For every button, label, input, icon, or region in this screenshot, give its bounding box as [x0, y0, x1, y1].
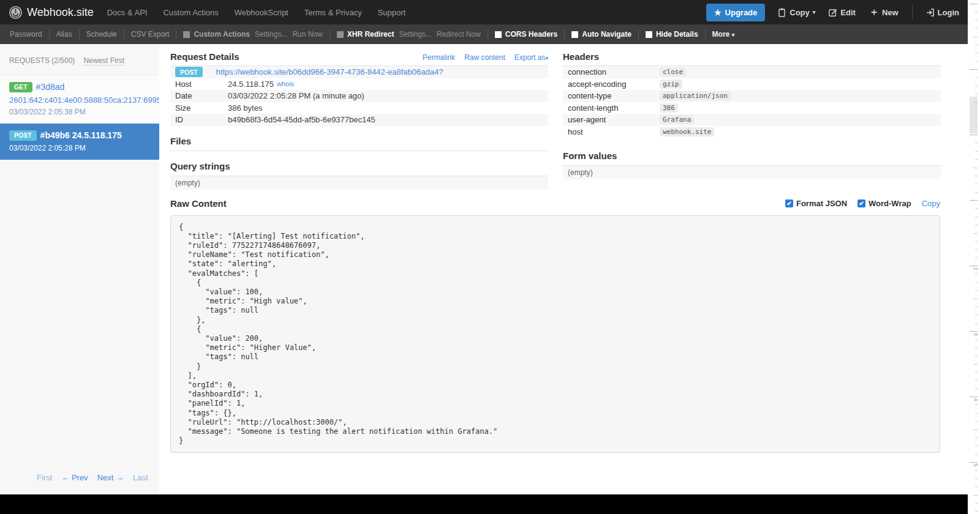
toggle-hide-details[interactable]: Hide Details	[646, 30, 698, 39]
chevron-down-icon: ▾	[545, 55, 548, 61]
row-value: 386 bytes	[228, 103, 262, 113]
ruler-label: 2	[972, 267, 978, 270]
toolbar-link-alias[interactable]: Alias	[56, 30, 72, 39]
method-badge: POST	[175, 67, 203, 77]
header-value: 386	[660, 103, 678, 113]
ruler-tick	[975, 413, 978, 414]
table-row: content-length386	[563, 102, 941, 114]
ruler-tick	[975, 282, 978, 283]
details-action-export-as[interactable]: Export as ▾	[514, 53, 548, 62]
header-value: webhook.site	[660, 127, 714, 136]
navbar-link[interactable]: WebhookScript	[235, 8, 288, 17]
pagination-first[interactable]: First	[37, 473, 52, 482]
table-row: Date03/03/2022 2:05:28 PM (a minute ago)	[170, 90, 548, 102]
request-list-item[interactable]: POST#b49b6 24.5.118.17503/03/2022 2:05:2…	[0, 124, 159, 160]
toolbar-link-password[interactable]: Password	[10, 30, 42, 39]
toolbar-link-schedule[interactable]: Schedule	[86, 30, 117, 39]
word-wrap-option[interactable]: ✔ Word-Wrap	[858, 199, 911, 208]
request-id-link[interactable]: #3d8ad	[36, 82, 65, 92]
hide-details-checkbox[interactable]	[646, 31, 652, 38]
toolbar-link-csv-export[interactable]: CSV Export	[131, 30, 170, 39]
ruler-tick	[975, 184, 978, 184]
row-label: Date	[175, 91, 228, 100]
new-button[interactable]: ＋ New	[869, 6, 899, 19]
request-id-link[interactable]: #b49b6 24.5.118.175	[40, 130, 122, 140]
ruler-tick	[975, 503, 978, 504]
top-navbar: Webhook.site Docs & APICustom ActionsWeb…	[0, 0, 968, 24]
form-values-empty: (empty)	[563, 166, 941, 179]
custom-actions-settings-link[interactable]: Settings...	[255, 30, 287, 39]
toolbar-toggles: CORS HeadersAuto NavigateHide Details	[495, 30, 712, 39]
details-action-raw-content[interactable]: Raw content	[464, 53, 505, 62]
ruler-tick	[975, 12, 978, 12]
table-row: hostwebhook.site	[563, 126, 941, 138]
page-footer	[0, 494, 968, 514]
copy-raw-content-link[interactable]: Copy	[922, 199, 940, 208]
format-json-option[interactable]: ✔ Format JSON	[785, 199, 847, 208]
xhr-redirect-settings-link[interactable]: Settings...	[399, 30, 431, 39]
ruler-tick	[975, 192, 978, 193]
navbar-link[interactable]: Terms & Privacy	[304, 8, 362, 17]
xhr-redirect-checkbox[interactable]	[337, 31, 344, 38]
request-url-link[interactable]: https://webhook.site/b06dd966-3947-4736-…	[216, 67, 443, 76]
brand[interactable]: Webhook.site	[9, 6, 94, 20]
headers-table: connectioncloseaccept-encodinggzipconten…	[563, 66, 941, 138]
pagination-last[interactable]: Last	[133, 473, 148, 482]
format-json-checkbox[interactable]: ✔	[785, 199, 793, 207]
ruler-tick	[970, 397, 978, 397]
ruler-tick	[975, 339, 978, 340]
request-timestamp: 03/03/2022 2:05:38 PM	[9, 108, 150, 116]
toolbar-links: PasswordAliasScheduleCSV Export	[10, 30, 169, 39]
xhr-redirect-toggle[interactable]: XHR Redirect	[337, 30, 394, 39]
headers-title: Headers	[563, 51, 599, 62]
whois-link[interactable]: whois	[277, 80, 294, 88]
ruler-tick	[975, 315, 978, 315]
query-strings-title: Query strings	[170, 161, 230, 171]
word-wrap-checkbox[interactable]: ✔	[858, 199, 865, 207]
clipboard-icon	[778, 8, 786, 17]
login-button[interactable]: Login	[926, 8, 959, 17]
auto-navigate-checkbox[interactable]	[571, 31, 578, 38]
ruler-tick	[975, 511, 978, 512]
custom-actions-toggle[interactable]: Custom Actions	[183, 30, 250, 39]
edit-button[interactable]: Edit	[829, 8, 856, 17]
pagination-prev[interactable]: ← Prev	[61, 473, 88, 482]
ruler-tick	[975, 290, 978, 291]
brand-name: Webhook.site	[27, 6, 94, 19]
custom-actions-checkbox[interactable]	[183, 31, 190, 38]
requests-count: REQUESTS (2/500)	[9, 56, 75, 65]
navbar-link[interactable]: Support	[378, 8, 406, 17]
ruler-tick	[975, 249, 978, 250]
ruler-label: 3	[972, 332, 978, 335]
sort-order-toggle[interactable]: Newest First	[83, 56, 124, 65]
toggle-auto-navigate[interactable]: Auto Navigate	[571, 30, 631, 39]
header-name: connection	[568, 67, 660, 76]
navbar-link[interactable]: Docs & API	[107, 8, 148, 17]
request-timestamp: 03/03/2022 2:05:28 PM	[9, 144, 150, 152]
ruler-tick	[975, 479, 978, 479]
main-content: Request Details PermalinkRaw contentExpo…	[159, 44, 968, 494]
more-menu-button[interactable]: More ▾	[712, 30, 735, 39]
files-title: Files	[170, 136, 191, 146]
ruler-tick	[975, 20, 978, 21]
plus-icon: ＋	[869, 6, 879, 19]
ruler-tick	[975, 94, 978, 94]
request-list-item[interactable]: GET#3d8ad2601:642:c401:4e00:5888:50ca:21…	[0, 75, 159, 124]
raw-content-body: { "title": "[Alerting] Test notification…	[170, 215, 940, 453]
cors-headers-checkbox[interactable]	[495, 31, 502, 38]
request-list: GET#3d8ad2601:642:c401:4e00:5888:50ca:21…	[0, 75, 159, 160]
pagination: First← PrevNext →Last	[0, 473, 159, 494]
webhook-logo-icon	[9, 6, 23, 20]
ruler-tick	[973, 364, 978, 365]
custom-actions-run-now-link[interactable]: Run Now	[292, 30, 322, 39]
header-value: Grafana	[660, 115, 694, 124]
xhr-redirect-now-link[interactable]: Redirect Now	[437, 30, 481, 39]
upgrade-button[interactable]: ★ Upgrade	[706, 4, 765, 21]
navbar-link[interactable]: Custom Actions	[163, 8, 218, 17]
copy-menu-button[interactable]: Copy ▾	[778, 8, 815, 17]
toggle-cors-headers[interactable]: CORS Headers	[495, 30, 557, 39]
ruler-tick	[975, 217, 978, 217]
details-action-permalink[interactable]: Permalink	[423, 53, 455, 62]
pagination-next[interactable]: Next →	[97, 473, 124, 482]
ruler-label: 4	[972, 398, 978, 401]
